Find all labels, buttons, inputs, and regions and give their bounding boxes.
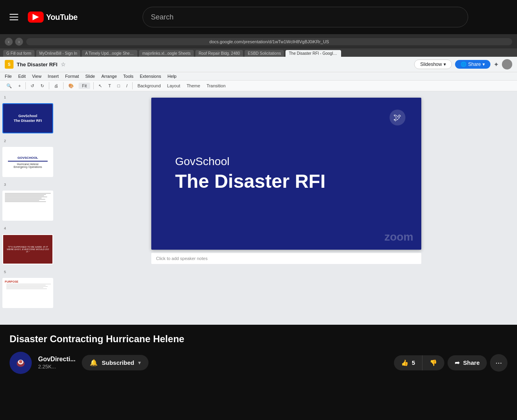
toolbar-actions: Slideshow ▾ 🌐 Share ▾ ✦ xyxy=(414,59,512,69)
doc-title: The Disaster RFI xyxy=(17,62,58,67)
slide-thumb-3[interactable] xyxy=(2,191,53,221)
browser-tabs: G Fill out form MyOnlineBill - Sign In A… xyxy=(0,48,517,57)
menu-extensions[interactable]: Extensions xyxy=(140,73,161,79)
search-input[interactable] xyxy=(151,13,460,21)
redo-icon[interactable]: ↻ xyxy=(39,83,46,89)
theme-btn[interactable]: Theme xyxy=(185,83,202,89)
transition-btn[interactable]: Transition xyxy=(205,83,227,89)
slide-thumb-5[interactable]: PURPOSE xyxy=(2,278,53,308)
video-section: ‹ › docs.google.com/presentation/d/1wTw1… xyxy=(0,34,517,325)
tab-7-active[interactable]: The Disaster RFI - Google Slides xyxy=(286,50,341,57)
share-chevron: ▾ xyxy=(482,62,485,67)
app-toolbar: S The Disaster RFI ☆ Slideshow ▾ 🌐 Share… xyxy=(0,57,517,72)
share-button[interactable]: 🌐 Share ▾ xyxy=(455,60,490,69)
menu-slide[interactable]: Slide xyxy=(85,73,95,79)
chevron-down-icon: ▾ xyxy=(138,360,141,366)
undo-icon[interactable]: ↺ xyxy=(29,83,36,89)
menu-tools[interactable]: Tools xyxy=(123,73,133,79)
share-icon: 🌐 xyxy=(461,62,467,67)
line-icon[interactable]: / xyxy=(125,83,129,89)
thumb2-logo: GOVSCHOOL xyxy=(17,156,38,160)
action-buttons: 👍 5 👎 ➦ Share ··· xyxy=(394,354,507,372)
search-bar xyxy=(143,7,468,27)
menu-view[interactable]: View xyxy=(32,73,42,79)
menu-file[interactable]: File xyxy=(5,73,12,79)
search-input-wrap[interactable] xyxy=(143,7,468,27)
video-thumbnail[interactable]: ‹ › docs.google.com/presentation/d/1wTw1… xyxy=(0,34,517,325)
thumb4-text: "IT'S SUPPOSED TO BE HARD. IF IT WERE EA… xyxy=(5,246,51,253)
bell-icon: 🔔 xyxy=(90,359,98,366)
slide-thumb-1[interactable]: GovSchool The Disaster RFI xyxy=(2,103,53,133)
slide-main-title: The Disaster RFI xyxy=(175,171,326,192)
dislike-button[interactable]: 👎 xyxy=(422,355,444,370)
youtube-logo[interactable]: YouTube xyxy=(28,12,77,23)
zoom-plus[interactable]: + xyxy=(17,83,22,89)
star-icon[interactable]: ☆ xyxy=(61,61,66,67)
text-icon[interactable]: T xyxy=(107,83,113,89)
like-count: 5 xyxy=(412,359,415,366)
menu-format[interactable]: Format xyxy=(65,73,79,79)
background-btn[interactable]: Background xyxy=(136,83,162,89)
youtube-icon xyxy=(28,12,44,23)
channel-row: GovDirecti... 2.25K... 🔔 Subscribed ▾ 👍 … xyxy=(10,352,507,374)
like-button[interactable]: 👍 5 xyxy=(394,355,422,370)
like-icon: 👍 xyxy=(401,359,409,366)
user-avatar[interactable] xyxy=(502,59,512,69)
tab-2[interactable]: MyOnlineBill - Sign In xyxy=(36,50,81,57)
channel-info: GovDirecti... 2.25K... xyxy=(38,356,75,370)
avatar-svg xyxy=(13,355,28,370)
slides-mockup: ‹ › docs.google.com/presentation/d/1wTw1… xyxy=(0,34,517,325)
slides-logo: S xyxy=(5,60,14,69)
menu-arrange[interactable]: Arrange xyxy=(101,73,117,79)
tab-1[interactable]: G Fill out form xyxy=(3,50,35,57)
nav-back[interactable]: ‹ xyxy=(5,38,13,46)
format-toolbar: 🔍 + ↺ ↻ 🖨 🎨 Fit ↖ T □ / Background Layou… xyxy=(0,81,517,91)
slideshow-button[interactable]: Slideshow ▾ xyxy=(414,60,452,69)
zoom-icon[interactable]: 🔍 xyxy=(5,83,14,89)
tab-3[interactable]: A Timely Upd...oogle Sheets xyxy=(82,50,137,57)
channel-avatar[interactable] xyxy=(10,352,32,374)
app-logo-area: S The Disaster RFI ☆ xyxy=(5,60,66,69)
thumb1-school: GovSchool xyxy=(18,114,37,118)
share-action-button[interactable]: ➦ Share xyxy=(448,355,487,370)
more-icon: ··· xyxy=(496,358,502,367)
print-icon[interactable]: 🖨 xyxy=(52,83,60,89)
menu-edit[interactable]: Edit xyxy=(18,73,26,79)
slide-logo-row: 🕊 xyxy=(390,110,405,125)
tab-4[interactable]: majorlinks.xl...oogle Sheets xyxy=(139,50,194,57)
star-2-icon[interactable]: ✦ xyxy=(494,61,499,68)
hamburger-menu[interactable] xyxy=(6,11,21,23)
nav-forward[interactable]: › xyxy=(15,38,23,46)
layout-btn[interactable]: Layout xyxy=(166,83,182,89)
slide-panel: 1 GovSchool The Disaster RFI 2 xyxy=(0,91,56,325)
bird-icon: 🕊 xyxy=(390,110,405,125)
speaker-notes[interactable]: Click to add speaker notes xyxy=(151,253,421,264)
svg-point-3 xyxy=(19,360,22,363)
thumb2-text: Hurricane HeleneEmergency Operations xyxy=(14,163,42,168)
menu-insert[interactable]: Insert xyxy=(48,73,59,79)
paint-icon[interactable]: 🎨 xyxy=(67,83,75,89)
slideshow-chevron: ▾ xyxy=(444,62,446,67)
slideshow-label: Slideshow xyxy=(420,62,442,67)
menu-help[interactable]: Help xyxy=(168,73,177,79)
more-options-button[interactable]: ··· xyxy=(490,354,507,372)
video-title: Disaster Contracting Hurricane Helene xyxy=(10,333,507,345)
address-bar[interactable]: docs.google.com/presentation/d/1wTw1WcIH… xyxy=(26,38,512,45)
tab-6[interactable]: ESBD Solicitations xyxy=(245,50,284,57)
video-info: Disaster Contracting Hurricane Helene Go… xyxy=(0,325,517,380)
slide-thumb-4[interactable]: "IT'S SUPPOSED TO BE HARD. IF IT WERE EA… xyxy=(2,234,53,264)
shape-icon[interactable]: □ xyxy=(116,83,122,89)
share-label: Share xyxy=(468,62,481,67)
cursor-icon[interactable]: ↖ xyxy=(97,83,104,89)
avatar-flag xyxy=(10,352,32,374)
like-dislike-group: 👍 5 👎 xyxy=(394,355,444,370)
subscribed-button[interactable]: 🔔 Subscribed ▾ xyxy=(82,355,149,370)
header-left: YouTube xyxy=(6,11,94,23)
tab-5[interactable]: Roof Repair Bldg. 2480 xyxy=(195,50,243,57)
slide-thumb-2[interactable]: GOVSCHOOL Hurricane HeleneEmergency Oper… xyxy=(2,147,53,177)
channel-name: GovDirecti... xyxy=(38,356,75,363)
channel-subs: 2.25K... xyxy=(38,364,75,370)
youtube-wordmark: YouTube xyxy=(46,13,77,22)
dislike-icon: 👎 xyxy=(430,359,437,366)
share-action-icon: ➦ xyxy=(455,359,460,366)
